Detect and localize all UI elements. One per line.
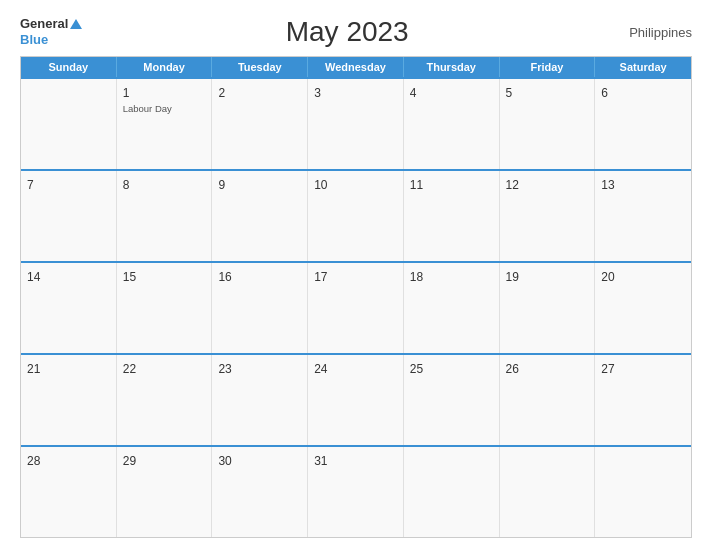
- week2-tue: 9: [212, 171, 308, 261]
- header-wednesday: Wednesday: [308, 57, 404, 77]
- week3-wed: 17: [308, 263, 404, 353]
- week2-sat: 13: [595, 171, 691, 261]
- header-saturday: Saturday: [595, 57, 691, 77]
- week1-tue: 2: [212, 79, 308, 169]
- calendar: Sunday Monday Tuesday Wednesday Thursday…: [20, 56, 692, 538]
- week5-sun: 28: [21, 447, 117, 537]
- header-friday: Friday: [500, 57, 596, 77]
- week3-sat: 20: [595, 263, 691, 353]
- week2-thu: 11: [404, 171, 500, 261]
- week2-mon: 8: [117, 171, 213, 261]
- week2-wed: 10: [308, 171, 404, 261]
- week-5: 28 29 30 31: [21, 445, 691, 537]
- week3-mon: 15: [117, 263, 213, 353]
- week1-sun: [21, 79, 117, 169]
- week5-sat: [595, 447, 691, 537]
- month-title: May 2023: [82, 16, 612, 48]
- header-tuesday: Tuesday: [212, 57, 308, 77]
- week4-tue: 23: [212, 355, 308, 445]
- week4-mon: 22: [117, 355, 213, 445]
- logo-blue-text: Blue: [20, 32, 82, 48]
- week-3: 14 15 16 17 18 19 20: [21, 261, 691, 353]
- week5-tue: 30: [212, 447, 308, 537]
- logo-general-text: General: [20, 16, 68, 32]
- week5-fri: [500, 447, 596, 537]
- week-4: 21 22 23 24 25 26 27: [21, 353, 691, 445]
- week2-sun: 7: [21, 171, 117, 261]
- week4-sat: 27: [595, 355, 691, 445]
- header: General Blue May 2023 Philippines: [20, 16, 692, 48]
- week1-mon: 1 Labour Day: [117, 79, 213, 169]
- calendar-page: General Blue May 2023 Philippines Sunday…: [0, 0, 712, 550]
- week4-wed: 24: [308, 355, 404, 445]
- header-sunday: Sunday: [21, 57, 117, 77]
- week1-sat: 6: [595, 79, 691, 169]
- week-1: 1 Labour Day 2 3 4 5 6: [21, 77, 691, 169]
- week1-wed: 3: [308, 79, 404, 169]
- week3-tue: 16: [212, 263, 308, 353]
- logo: General Blue: [20, 16, 82, 47]
- calendar-body: 1 Labour Day 2 3 4 5 6: [21, 77, 691, 537]
- country-label: Philippines: [612, 25, 692, 40]
- header-thursday: Thursday: [404, 57, 500, 77]
- week3-thu: 18: [404, 263, 500, 353]
- week-2: 7 8 9 10 11 12 13: [21, 169, 691, 261]
- week4-fri: 26: [500, 355, 596, 445]
- week5-mon: 29: [117, 447, 213, 537]
- week1-thu: 4: [404, 79, 500, 169]
- week1-fri: 5: [500, 79, 596, 169]
- logo-triangle-icon: [70, 19, 82, 29]
- calendar-header-row: Sunday Monday Tuesday Wednesday Thursday…: [21, 57, 691, 77]
- header-monday: Monday: [117, 57, 213, 77]
- week4-thu: 25: [404, 355, 500, 445]
- week3-sun: 14: [21, 263, 117, 353]
- week2-fri: 12: [500, 171, 596, 261]
- week4-sun: 21: [21, 355, 117, 445]
- week3-fri: 19: [500, 263, 596, 353]
- labour-day-label: Labour Day: [123, 103, 206, 114]
- week5-wed: 31: [308, 447, 404, 537]
- week5-thu: [404, 447, 500, 537]
